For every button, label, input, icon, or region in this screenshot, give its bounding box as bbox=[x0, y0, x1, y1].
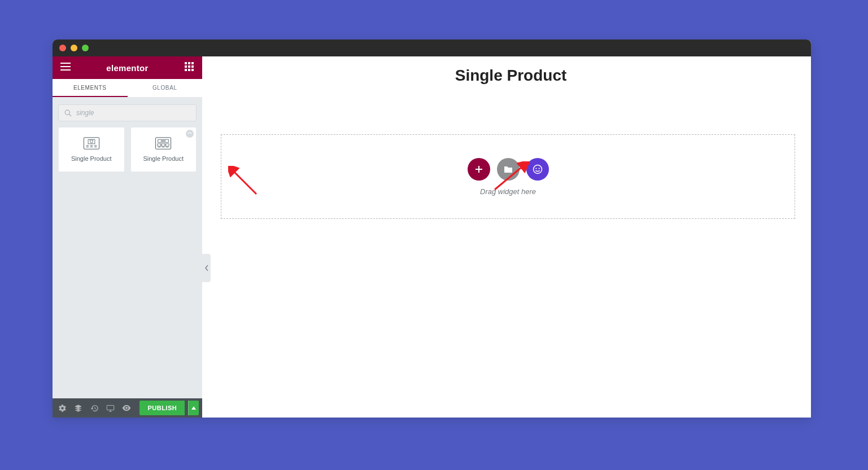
svg-rect-5 bbox=[191, 65, 194, 68]
maximize-window-icon[interactable] bbox=[82, 45, 89, 51]
svg-point-9 bbox=[65, 110, 69, 115]
add-envato-button[interactable] bbox=[526, 158, 549, 181]
editor-canvas: Single Product Drag widget here bbox=[211, 56, 811, 418]
close-window-icon[interactable] bbox=[59, 45, 66, 51]
widget-label: Single Product bbox=[143, 155, 184, 162]
svg-rect-13 bbox=[86, 145, 88, 146]
svg-point-20 bbox=[189, 133, 189, 133]
dropzone-hint: Drag widget here bbox=[480, 187, 536, 196]
window-titlebar bbox=[53, 39, 811, 56]
preview-icon[interactable] bbox=[120, 401, 133, 415]
svg-rect-27 bbox=[165, 144, 169, 146]
settings-icon[interactable] bbox=[56, 401, 68, 415]
widgets-grid-icon[interactable] bbox=[184, 62, 194, 73]
search-wrapper bbox=[53, 97, 202, 127]
section-dropzone[interactable]: Drag widget here bbox=[221, 134, 795, 219]
svg-rect-8 bbox=[191, 69, 194, 71]
responsive-icon[interactable] bbox=[104, 401, 116, 415]
sidebar-panel: elementor ELEMENTS GLOBAL bbox=[53, 56, 202, 418]
sidebar-bottom-toolbar: PUBLISH bbox=[53, 398, 202, 418]
svg-rect-28 bbox=[158, 147, 160, 147]
svg-rect-7 bbox=[188, 69, 190, 71]
svg-rect-14 bbox=[86, 147, 88, 147]
envato-icon bbox=[533, 164, 543, 174]
search-input[interactable] bbox=[76, 109, 190, 117]
widget-label: Single Product bbox=[71, 155, 112, 162]
widget-single-product-2[interactable]: Single Product bbox=[130, 127, 197, 172]
svg-rect-15 bbox=[90, 145, 93, 146]
single-product-icon bbox=[155, 137, 172, 150]
svg-point-21 bbox=[190, 133, 191, 133]
svg-point-35 bbox=[535, 168, 536, 169]
svg-rect-26 bbox=[162, 144, 165, 146]
publish-button[interactable]: PUBLISH bbox=[139, 401, 185, 415]
page-title: Single Product bbox=[211, 56, 811, 100]
history-icon[interactable] bbox=[88, 401, 101, 415]
svg-rect-0 bbox=[185, 62, 187, 64]
svg-rect-31 bbox=[107, 405, 114, 410]
app-title: elementor bbox=[106, 63, 148, 73]
svg-rect-1 bbox=[188, 62, 190, 64]
dropzone-buttons bbox=[468, 158, 549, 181]
svg-point-36 bbox=[538, 168, 539, 169]
sidebar-header: elementor bbox=[53, 56, 202, 79]
search-icon bbox=[64, 109, 72, 117]
svg-point-34 bbox=[533, 165, 542, 173]
widget-list: Single Product Single Product bbox=[53, 127, 202, 172]
svg-rect-6 bbox=[185, 69, 187, 71]
tab-elements[interactable]: ELEMENTS bbox=[53, 79, 128, 97]
svg-rect-2 bbox=[191, 62, 194, 64]
folder-icon bbox=[504, 165, 513, 173]
svg-rect-25 bbox=[158, 144, 161, 146]
app-window: elementor ELEMENTS GLOBAL bbox=[53, 39, 811, 418]
pro-badge-icon bbox=[186, 130, 194, 138]
svg-rect-18 bbox=[94, 147, 97, 147]
widget-single-product-1[interactable]: Single Product bbox=[58, 127, 125, 172]
svg-rect-17 bbox=[94, 145, 97, 146]
chevron-left-icon bbox=[205, 265, 208, 271]
tab-global[interactable]: GLOBAL bbox=[128, 79, 203, 97]
minimize-window-icon[interactable] bbox=[71, 45, 77, 51]
svg-rect-30 bbox=[166, 147, 168, 147]
svg-rect-16 bbox=[90, 147, 93, 147]
caret-up-icon bbox=[191, 406, 196, 410]
navigator-icon[interactable] bbox=[72, 401, 84, 415]
svg-rect-4 bbox=[188, 65, 190, 68]
sidebar-collapse-handle[interactable] bbox=[202, 254, 211, 282]
add-template-button[interactable] bbox=[497, 158, 520, 181]
single-product-icon bbox=[83, 137, 100, 150]
publish-options-button[interactable] bbox=[188, 401, 199, 415]
search-box[interactable] bbox=[58, 104, 197, 121]
hamburger-menu-icon[interactable] bbox=[60, 62, 71, 73]
add-section-button[interactable] bbox=[468, 158, 490, 181]
svg-rect-3 bbox=[185, 65, 187, 68]
sidebar-tabs: ELEMENTS GLOBAL bbox=[53, 79, 202, 97]
svg-rect-24 bbox=[161, 140, 165, 142]
svg-rect-29 bbox=[162, 147, 164, 147]
plus-icon bbox=[474, 165, 483, 174]
svg-line-10 bbox=[69, 114, 72, 116]
